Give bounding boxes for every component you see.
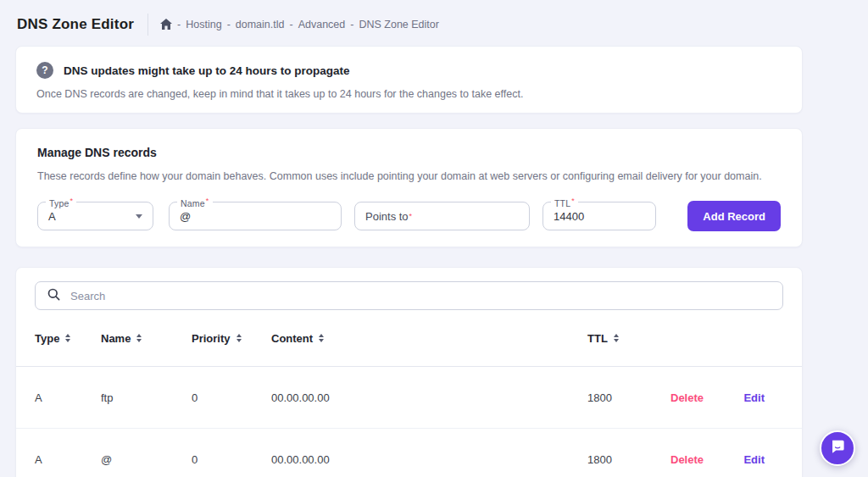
ttl-label: TTL (554, 198, 570, 208)
cell-ttl: 1800 (587, 391, 670, 404)
banner-description: Once DNS records are changed, keep in mi… (36, 88, 782, 100)
cell-content: 00.00.00.00 (271, 391, 587, 404)
ttl-field-value: 14400 (554, 210, 584, 223)
column-header-priority[interactable]: Priority (192, 332, 271, 345)
breadcrumb-separator: - (227, 19, 231, 31)
table-row: A ftp 0 00.00.00.00 1800 Delete Edit (16, 367, 802, 429)
banner-title: DNS updates might take up to 24 hours to… (64, 64, 350, 77)
breadcrumb-item-hosting[interactable]: Hosting (186, 19, 221, 31)
delete-button[interactable]: Delete (670, 453, 742, 466)
name-field-value: @ (180, 210, 191, 223)
points-to-placeholder: Points to (365, 210, 409, 223)
chat-support-button[interactable] (820, 430, 855, 466)
cell-name: @ (101, 453, 192, 466)
cell-priority: 0 (192, 453, 271, 466)
column-header-name[interactable]: Name (101, 332, 192, 345)
breadcrumb-separator: - (289, 19, 292, 31)
ttl-field[interactable]: TTL* 14400 (542, 202, 656, 230)
breadcrumb-item-domain[interactable]: domain.tld (236, 19, 285, 31)
type-select-value: A (48, 210, 56, 223)
search-box[interactable] (35, 281, 783, 310)
delete-button[interactable]: Delete (670, 391, 742, 404)
edit-button[interactable]: Edit (742, 453, 783, 466)
page-header: DNS Zone Editor - Hosting - domain.tld -… (0, 0, 868, 37)
column-header-type[interactable]: Type (35, 332, 101, 345)
type-label: Type (49, 198, 70, 208)
propagation-info-banner: ? DNS updates might take up to 24 hours … (15, 46, 803, 114)
column-header-content[interactable]: Content (271, 332, 587, 345)
cell-type: A (35, 453, 101, 466)
cell-name: ftp (101, 391, 192, 404)
sort-icon (136, 334, 142, 342)
sort-icon (236, 334, 242, 342)
name-label: Name (181, 198, 205, 208)
manage-description: These records define how your domain beh… (37, 170, 781, 182)
home-icon[interactable] (160, 19, 172, 30)
add-record-button[interactable]: Add Record (687, 201, 781, 231)
name-field[interactable]: Name* @ (169, 202, 342, 230)
question-mark-icon: ? (36, 62, 53, 79)
search-input[interactable] (70, 290, 771, 302)
required-marker: * (206, 197, 209, 205)
breadcrumb-separator: - (350, 19, 353, 31)
search-icon (47, 288, 60, 304)
chevron-down-icon (136, 214, 142, 219)
sort-icon (65, 334, 70, 342)
points-to-field[interactable]: Points to* (354, 202, 530, 230)
edit-button[interactable]: Edit (742, 391, 783, 404)
type-select[interactable]: Type* A (37, 202, 153, 230)
header-divider (147, 14, 148, 36)
manage-title: Manage DNS records (37, 146, 781, 159)
breadcrumb-item-advanced[interactable]: Advanced (298, 19, 346, 31)
sort-icon (319, 334, 324, 342)
cell-ttl: 1800 (587, 453, 670, 466)
column-header-ttl[interactable]: TTL (587, 332, 670, 345)
table-header-row: Type Name Priority Content TTL (16, 310, 802, 367)
manage-dns-records-card: Manage DNS records These records define … (15, 128, 803, 247)
table-row: A @ 0 00.00.00.00 1800 Delete Edit (16, 429, 802, 477)
required-marker: * (571, 197, 575, 205)
breadcrumb-item-current: DNS Zone Editor (359, 19, 438, 31)
breadcrumb: - Hosting - domain.tld - Advanced - DNS … (160, 19, 439, 31)
cell-content: 00.00.00.00 (271, 453, 587, 466)
cell-priority: 0 (192, 391, 271, 404)
dns-records-table-card: Type Name Priority Content TTL A ftp 0 0… (15, 267, 803, 477)
chat-bubble-icon (828, 437, 847, 459)
cell-type: A (35, 391, 101, 404)
sort-icon (614, 334, 619, 342)
required-marker: * (70, 197, 74, 205)
add-record-form: Type* A Name* @ Points to* TTL* 14400 Ad… (37, 201, 781, 231)
breadcrumb-separator: - (177, 19, 181, 31)
required-marker: * (409, 212, 413, 220)
page-title: DNS Zone Editor (17, 16, 134, 33)
